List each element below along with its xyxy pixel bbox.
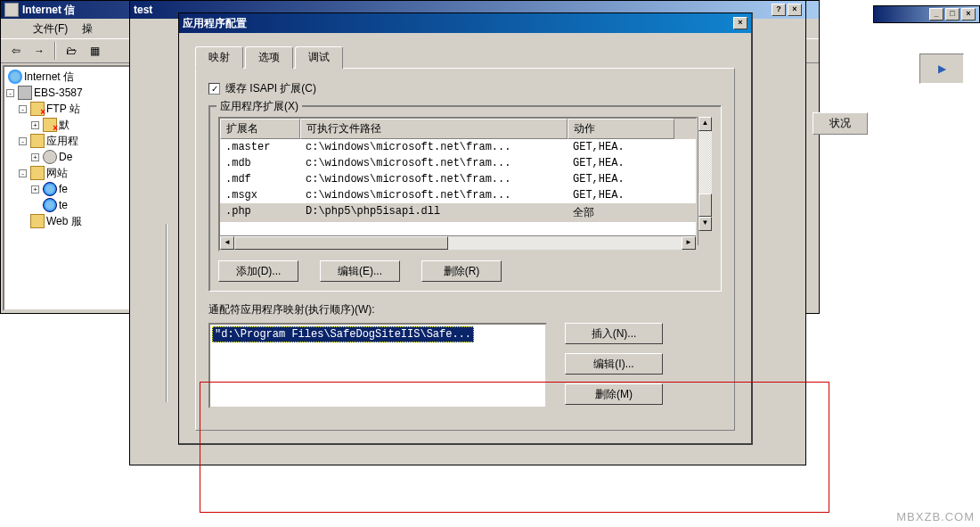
tab-debug[interactable]: 调试 <box>295 46 343 69</box>
wildcard-legend: 通配符应用程序映射(执行顺序)(W): <box>208 301 722 323</box>
expander-icon[interactable]: + <box>31 153 39 161</box>
config-titlebar[interactable]: 应用程序配置 × <box>179 13 751 33</box>
scroll-right-icon[interactable]: ► <box>682 236 696 250</box>
vertical-scrollbar[interactable]: ▲ ▼ <box>698 117 712 245</box>
right-pane-header: 状况 <box>813 112 868 135</box>
scrollbar-thumb[interactable] <box>234 236 448 250</box>
background-window-controls: _ □ × <box>873 5 980 23</box>
right-toolbar-stub[interactable]: ▶ <box>919 54 964 84</box>
expander-icon[interactable]: + <box>31 185 39 194</box>
stopped-icon: × <box>43 118 57 132</box>
wildcard-listbox[interactable]: "d:\Program Files\SafeDogSiteIIS\Safe... <box>208 323 547 408</box>
site-icon <box>43 198 57 212</box>
horizontal-scrollbar[interactable]: ◄ ► <box>220 235 696 250</box>
wc-remove-button[interactable]: 删除(M) <box>565 383 663 405</box>
expander-icon[interactable]: - <box>19 169 27 177</box>
expander-icon[interactable]: - <box>19 137 27 145</box>
tab-options[interactable]: 选项 <box>245 46 293 69</box>
app-config-dialog: 应用程序配置 × 映射 选项 调试 ✓ 缓存 ISAPI 扩展(C) 应用程序扩… <box>178 12 753 445</box>
scrollbar-track[interactable] <box>698 131 712 217</box>
iis-menu-icon <box>8 21 24 37</box>
edit-button[interactable]: 编辑(E)... <box>320 260 400 282</box>
globe-icon <box>8 70 22 84</box>
expander-icon[interactable]: - <box>19 105 27 113</box>
expander-icon[interactable]: - <box>6 89 14 97</box>
minimize-icon[interactable]: _ <box>929 8 943 21</box>
toolbar-up-icon[interactable]: 🗁 <box>61 41 81 61</box>
site-icon <box>43 182 57 196</box>
scroll-down-icon[interactable]: ▼ <box>698 217 712 231</box>
help-icon[interactable]: ? <box>772 4 786 16</box>
listview-row-selected[interactable]: .phpD:\php5\php5isapi.dll全部 <box>220 203 696 222</box>
test-title-text: test <box>134 4 152 16</box>
col-action[interactable]: 动作 <box>568 119 674 139</box>
iis-app-icon <box>4 3 19 17</box>
play-icon: ▶ <box>938 62 946 75</box>
checkbox-icon[interactable]: ✓ <box>208 83 220 95</box>
cache-isapi-checkbox[interactable]: ✓ 缓存 ISAPI 扩展(C) <box>208 81 722 96</box>
wildcard-groupbox: 通配符应用程序映射(执行顺序)(W): "d:\Program Files\Sa… <box>208 301 722 408</box>
listview-header: 扩展名 可执行文件路径 动作 <box>220 119 696 139</box>
insert-button[interactable]: 插入(N)... <box>565 323 663 344</box>
scroll-up-icon[interactable]: ▲ <box>698 117 712 131</box>
listview-body[interactable]: .masterc:\windows\microsoft.net\fram...G… <box>220 139 696 235</box>
maximize-icon[interactable]: □ <box>945 8 960 21</box>
ftp-icon: × <box>30 102 45 116</box>
add-button[interactable]: 添加(D)... <box>218 260 298 282</box>
folder-icon <box>30 214 45 228</box>
remove-button[interactable]: 删除(R) <box>421 260 502 282</box>
extensions-groupbox: 应用程序扩展(X) 扩展名 可执行文件路径 动作 .masterc:\windo… <box>208 105 722 292</box>
cache-isapi-label: 缓存 ISAPI 扩展(C) <box>225 81 316 96</box>
wc-edit-button[interactable]: 编辑(I)... <box>565 353 663 375</box>
listview-row[interactable]: .masterc:\windows\microsoft.net\fram...G… <box>220 139 696 155</box>
config-title-text: 应用程序配置 <box>183 16 247 31</box>
extensions-legend: 应用程序扩展(X) <box>216 99 302 114</box>
config-tabs: 映射 选项 调试 <box>195 46 735 69</box>
scroll-left-icon[interactable]: ◄ <box>220 236 234 250</box>
listview-row[interactable]: .mdbc:\windows\microsoft.net\fram...GET,… <box>220 155 696 171</box>
gear-icon <box>43 150 57 164</box>
close-icon[interactable]: × <box>733 17 747 29</box>
col-extension[interactable]: 扩展名 <box>220 119 300 139</box>
listview-row[interactable]: .mdfc:\windows\microsoft.net\fram...GET,… <box>220 171 696 187</box>
toolbar-back-icon[interactable]: ⇦ <box>6 41 26 61</box>
col-path[interactable]: 可执行文件路径 <box>300 119 568 139</box>
folder-icon <box>30 134 45 148</box>
tab-mapping[interactable]: 映射 <box>195 46 243 69</box>
close-icon[interactable]: × <box>788 4 802 16</box>
extensions-listview[interactable]: 扩展名 可执行文件路径 动作 .masterc:\windows\microso… <box>218 117 698 251</box>
folder-icon <box>30 166 45 180</box>
toolbar-forward-icon[interactable]: → <box>29 41 49 61</box>
groupbox-edge <box>166 224 167 402</box>
toolbar-refresh-icon[interactable]: ▦ <box>85 41 104 61</box>
toolbar-separator <box>54 42 56 60</box>
menu-file[interactable]: 文件(F) <box>28 20 73 38</box>
scrollbar-track[interactable] <box>448 236 682 250</box>
listview-row[interactable]: .msgxc:\windows\microsoft.net\fram...GET… <box>220 187 696 203</box>
iis-title-text: Internet 信 <box>22 3 75 18</box>
scrollbar-thumb[interactable] <box>698 194 712 217</box>
menu-more[interactable]: 操 <box>77 20 98 38</box>
wildcard-selected-item[interactable]: "d:\Program Files\SafeDogSiteIIS\Safe... <box>212 326 474 342</box>
tab-panel-mapping: ✓ 缓存 ISAPI 扩展(C) 应用程序扩展(X) 扩展名 可执行文件路径 动… <box>195 68 735 431</box>
watermark-text: MBXZB.COM <box>896 510 975 523</box>
expander-icon[interactable]: + <box>31 121 39 129</box>
close-icon[interactable]: × <box>961 8 976 21</box>
extension-buttons: 添加(D)... 编辑(E)... 删除(R) <box>218 260 712 282</box>
server-icon <box>18 86 32 100</box>
